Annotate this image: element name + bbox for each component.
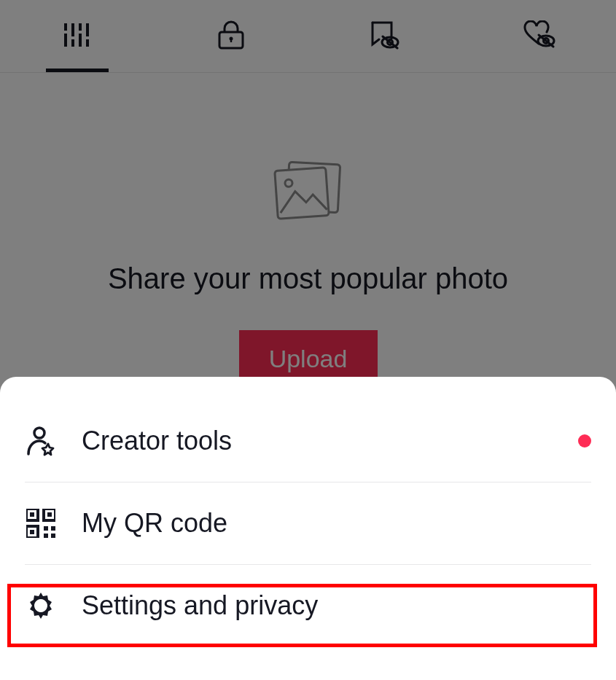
svg-rect-22 — [30, 512, 34, 517]
svg-rect-10 — [230, 39, 232, 42]
menu-item-creator-tools[interactable]: Creator tools — [0, 400, 616, 482]
svg-rect-3 — [71, 39, 74, 47]
tab-repost[interactable] — [308, 0, 462, 72]
empty-state: Share your most popular photo Upload — [0, 73, 616, 387]
menu-label: Creator tools — [82, 426, 232, 456]
empty-state-title: Share your most popular photo — [108, 262, 508, 295]
svg-rect-5 — [79, 34, 82, 47]
svg-rect-2 — [71, 23, 74, 36]
svg-rect-28 — [51, 526, 55, 531]
lock-icon — [218, 20, 244, 52]
profile-tabs — [0, 0, 616, 73]
menu-label: Settings and privacy — [82, 590, 318, 621]
tab-private[interactable] — [154, 0, 308, 72]
tab-grid[interactable] — [0, 0, 154, 72]
settings-icon — [25, 590, 57, 621]
heart-hidden-icon — [522, 20, 555, 52]
tab-liked[interactable] — [462, 0, 616, 72]
svg-rect-7 — [86, 39, 89, 47]
svg-rect-30 — [51, 534, 55, 538]
menu-item-qr-code[interactable]: My QR code — [0, 482, 616, 564]
svg-point-20 — [34, 428, 44, 438]
bookmark-hidden-icon — [370, 20, 400, 52]
menu-label: My QR code — [82, 508, 227, 539]
svg-rect-4 — [79, 23, 82, 31]
svg-rect-24 — [47, 512, 52, 517]
svg-rect-1 — [64, 34, 67, 47]
svg-rect-26 — [30, 530, 34, 534]
options-bottom-sheet: Creator tools My QR code — [0, 377, 616, 680]
notification-dot — [578, 434, 591, 448]
photo-placeholder-icon — [272, 160, 345, 226]
menu-item-settings-privacy[interactable]: Settings and privacy — [0, 565, 616, 646]
svg-rect-0 — [64, 23, 67, 31]
qr-code-icon — [25, 509, 57, 538]
grid-icon — [64, 23, 90, 50]
svg-rect-29 — [44, 534, 48, 538]
svg-rect-6 — [86, 23, 89, 36]
creator-tools-icon — [25, 425, 57, 457]
svg-rect-27 — [44, 526, 48, 531]
